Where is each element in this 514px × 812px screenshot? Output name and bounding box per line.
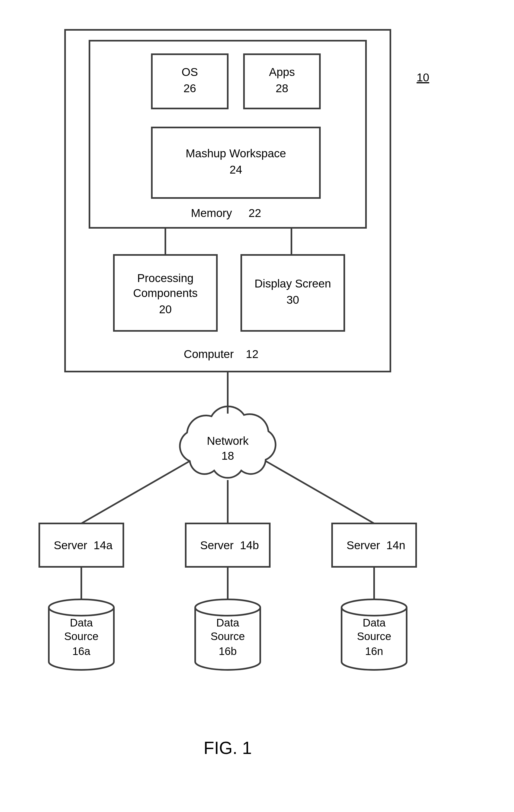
ds-b-ref: 16b xyxy=(219,645,237,657)
os-label: OS xyxy=(182,66,198,78)
computer-label: Computer xyxy=(184,348,234,360)
ds-n-label1: Data xyxy=(363,617,386,629)
server-a-label: Server xyxy=(54,539,87,552)
apps-box xyxy=(244,54,320,109)
wire-net-server-n xyxy=(266,461,374,523)
svg-point-0 xyxy=(49,599,114,616)
mashup-label: Mashup Workspace xyxy=(186,147,286,160)
apps-label: Apps xyxy=(269,66,295,78)
server-b-ref: 14b xyxy=(240,539,259,552)
ds-a-ref: 16a xyxy=(72,645,91,657)
computer-ref: 12 xyxy=(246,348,259,360)
mashup-ref: 24 xyxy=(230,163,242,176)
server-b-label: Server xyxy=(200,539,234,552)
svg-point-1 xyxy=(195,599,260,616)
ds-b-label2: Source xyxy=(211,630,245,642)
server-n-ref: 14n xyxy=(386,539,405,552)
memory-ref: 22 xyxy=(249,207,261,220)
ds-b-label1: Data xyxy=(216,617,239,629)
network-label: Network xyxy=(207,434,249,447)
processing-ref: 20 xyxy=(159,303,172,316)
apps-ref: 28 xyxy=(276,82,289,95)
os-ref: 26 xyxy=(184,82,196,95)
wire-net-server-a xyxy=(81,461,190,523)
display-ref: 30 xyxy=(286,293,299,306)
mashup-box xyxy=(152,127,320,198)
figure-label: FIG. 1 xyxy=(204,738,252,758)
ds-a-label2: Source xyxy=(64,630,99,642)
svg-point-2 xyxy=(341,599,406,616)
os-box xyxy=(152,54,228,109)
memory-label: Memory xyxy=(191,207,232,220)
ds-a-label1: Data xyxy=(70,617,93,629)
processing-label-1: Processing xyxy=(137,272,193,285)
server-n-label: Server xyxy=(346,539,380,552)
server-a-ref: 14a xyxy=(93,539,113,552)
patent-diagram: 10 OS 26 Apps 28 Mashup Workspace 24 Mem… xyxy=(0,0,514,812)
system-ref: 10 xyxy=(417,71,429,84)
processing-label-2: Components xyxy=(133,287,198,299)
ds-n-ref: 16n xyxy=(365,645,383,657)
network-ref: 18 xyxy=(221,450,234,462)
ds-n-label2: Source xyxy=(357,630,391,642)
display-label: Display Screen xyxy=(254,277,331,290)
display-box xyxy=(241,255,344,331)
